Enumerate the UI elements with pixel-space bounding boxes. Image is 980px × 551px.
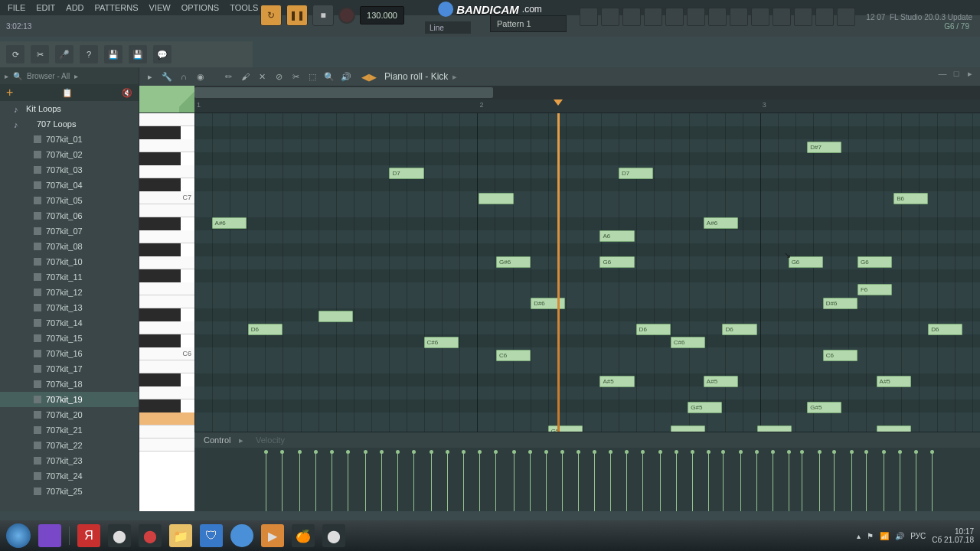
piano-keyboard[interactable]: C7C6 [139,113,194,511]
mic-icon[interactable]: 🎤 [55,45,74,64]
stop-button[interactable]: ■ [312,5,334,26]
menu-tools[interactable]: TOOLS [225,2,263,14]
midi-note[interactable]: G#5 [807,402,841,413]
pattern-song-switch[interactable]: ↻ [260,5,282,26]
velocity-bar[interactable] [530,452,531,511]
taskbar-browser[interactable]: ⬤ [108,524,131,547]
midi-note[interactable]: G#5 [688,402,722,413]
piano-roll-icon[interactable] [601,8,619,26]
browser-item[interactable]: 707kit_06 [0,208,139,223]
delete-icon[interactable]: ✕ [256,70,268,83]
browser-item[interactable]: 707kit_18 [0,377,139,392]
piano-roll-preview[interactable] [139,86,194,113]
sync-icon[interactable]: ⟳ [6,45,24,64]
browser-item[interactable]: 707kit_02 [0,147,139,162]
taskbar-recorder[interactable]: ⬤ [139,524,162,547]
tray-chevron-icon[interactable]: ▴ [857,532,861,540]
tray-network-icon[interactable]: 📶 [880,532,889,540]
velocity-bar[interactable] [463,452,464,511]
playback-icon[interactable]: 🔊 [340,70,352,83]
mute-icon[interactable]: 🔇 [122,88,132,98]
velocity-bar[interactable] [916,452,916,511]
download-icon[interactable] [837,8,855,26]
browser-item[interactable]: 707kit_21 [0,422,139,438]
midi-note[interactable]: D#7 [807,142,841,153]
browser-item[interactable]: 707kit_13 [0,300,139,315]
render-icon[interactable] [751,8,769,26]
browser-item[interactable]: 707kit_14 [0,315,139,331]
browser-item[interactable]: 707kit_07 [0,223,139,239]
velocity-bar[interactable] [546,452,547,511]
browser-folder[interactable]: 707 Loops [0,116,139,132]
menu-add[interactable]: ADD [61,2,88,14]
midi-note[interactable]: D6 [928,324,962,335]
zoom-icon[interactable]: 🔍 [323,70,335,83]
velocity-bar[interactable] [266,452,266,511]
velocity-bar[interactable] [789,452,789,511]
channel-arrow-icon[interactable]: ◀▶ [361,71,377,83]
record-button[interactable] [338,7,355,24]
velocity-bar[interactable] [299,452,300,511]
mixer-icon[interactable] [644,8,662,26]
mute-tool-icon[interactable]: ⊘ [273,70,285,83]
collapse-icon[interactable]: ▸ [5,72,8,80]
browser-folder[interactable]: Kit Loops [0,101,139,116]
velocity-bar[interactable] [594,452,595,511]
midi-note[interactable] [479,193,513,204]
tempo-display[interactable]: 130.000 [360,6,404,24]
browser-item[interactable]: 707kit_12 [0,285,139,300]
detach-icon[interactable]: ▸ [965,69,975,80]
browser-item[interactable]: 707kit_04 [0,178,139,193]
midi-note[interactable]: C#6 [671,337,705,348]
velocity-bar[interactable] [431,452,432,511]
tray-volume-icon[interactable]: 🔊 [895,532,904,540]
minimize-icon[interactable]: — [937,69,948,80]
velocity-bar[interactable] [514,452,514,511]
taskbar-app-1[interactable] [38,524,61,547]
velocity-bar[interactable] [365,452,366,511]
wrench-icon[interactable]: 🔧 [161,70,173,83]
velocity-bar[interactable] [740,452,741,511]
browser-item[interactable]: 707kit_25 [0,484,139,499]
midi-note[interactable]: A#5 [599,376,634,387]
velocity-bar[interactable] [900,452,900,511]
midi-note[interactable]: D#6 [531,298,565,309]
playhead[interactable] [557,113,560,432]
velocity-bar[interactable] [479,452,480,511]
menu-patterns[interactable]: PATTERNS [90,2,143,14]
overview-thumb[interactable] [194,87,493,98]
midi-note[interactable]: D6 [722,324,756,335]
midi-note[interactable] [318,311,353,322]
control-label[interactable]: Control [204,435,230,445]
taskbar-app-gray[interactable]: ⬤ [322,524,345,547]
midi-note[interactable]: A#6 [704,217,738,229]
velocity-bar[interactable] [495,452,496,511]
velocity-bar[interactable] [332,452,332,511]
velocity-bar[interactable] [642,452,643,511]
taskbar-yandex[interactable]: Я [77,524,100,547]
chevron-right-icon[interactable]: ▸ [74,72,78,80]
velocity-bar[interactable] [866,452,867,511]
taskbar-shield[interactable]: 🛡 [200,524,223,547]
velocity-bar[interactable] [381,452,382,511]
undo-icon[interactable] [708,8,727,26]
velocity-bar[interactable] [578,452,579,511]
menu-options[interactable]: OPTIONS [177,2,224,14]
midi-note[interactable]: F6 [858,284,892,295]
velocity-bar[interactable] [723,452,724,511]
horizontal-overview[interactable] [194,86,980,99]
velocity-bar[interactable] [660,452,661,511]
pattern-selector[interactable]: Pattern 1 [490,15,567,32]
copy-icon[interactable]: 📋 [62,88,73,98]
midi-note[interactable]: C#6 [424,337,459,348]
chevron-right-icon[interactable]: ▸ [239,435,243,445]
browser-item[interactable]: 707kit_17 [0,361,139,377]
window-icon[interactable] [794,8,812,26]
browser-item[interactable]: 707kit_08 [0,239,139,254]
taskbar-flstudio[interactable]: 🍊 [292,524,315,547]
midi-note[interactable]: A#6 [212,217,247,229]
browser-item[interactable]: 707kit_05 [0,193,139,208]
stamp-icon[interactable]: ◉ [194,70,207,83]
browser-item[interactable]: 707kit_16 [0,346,139,361]
plugin-icon[interactable] [687,8,705,26]
